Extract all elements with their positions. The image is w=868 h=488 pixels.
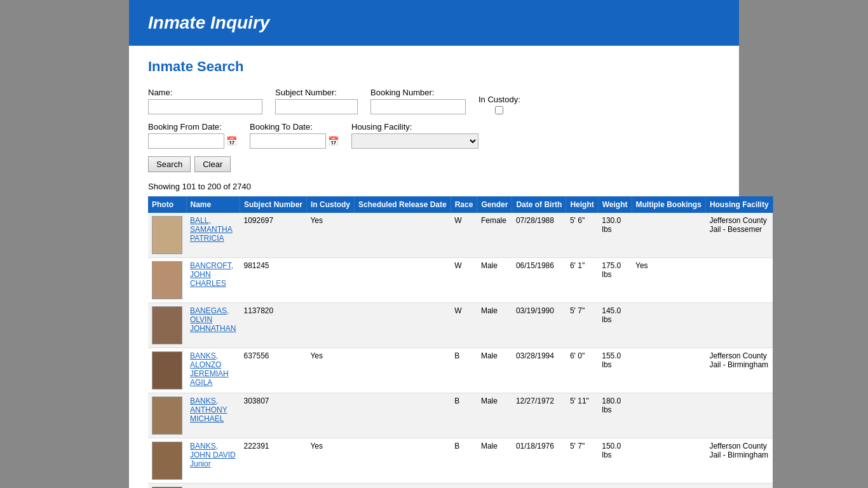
gender-cell: Female (477, 213, 512, 258)
table-row: BANCROFT, JOHN CHARLES981245WMale06/15/1… (148, 258, 773, 303)
housing-label: Housing Facility: (351, 122, 478, 132)
release-cell (354, 484, 451, 489)
search-button[interactable]: Search (148, 156, 191, 172)
multi-bookings-cell (632, 303, 705, 348)
name-input[interactable] (148, 99, 262, 114)
button-row: Search Clear (148, 156, 720, 172)
booking-to-label: Booking To Date: (250, 122, 339, 132)
release-cell (354, 438, 451, 484)
col-photo: Photo (148, 196, 186, 213)
photo-image (152, 396, 182, 435)
col-name: Name (186, 196, 240, 213)
weight-cell: 145.0 lbs (598, 303, 632, 348)
multi-bookings-cell (632, 438, 705, 484)
photo-cell (148, 484, 186, 489)
housing-cell: Jefferson County Jail - Bessemer (705, 213, 773, 258)
housing-cell (705, 484, 773, 489)
housing-select[interactable] (351, 133, 478, 149)
race-cell: B (451, 484, 477, 489)
dob-cell: 07/28/1988 (512, 213, 566, 258)
photo-image (152, 216, 182, 254)
subject-label: Subject Number: (275, 88, 358, 97)
page-header: Inmate Inquiry (129, 0, 739, 46)
race-cell: B (451, 393, 477, 438)
gender-cell: Male (477, 438, 512, 484)
booking-label: Booking Number: (370, 88, 466, 97)
table-row: BANKS, ANTHONY MICHAEL303807BMale12/27/1… (148, 393, 773, 438)
gender-cell: Male (477, 484, 512, 489)
name-cell: BANKS, KARDION EARL (186, 484, 240, 489)
inmate-name-link[interactable]: BANEGAS, OLVIN JOHNATHAN (190, 306, 236, 333)
photo-image (152, 261, 182, 299)
dob-cell: 12/27/1972 (512, 393, 566, 438)
dob-cell: 03/19/1990 (512, 303, 566, 348)
photo-image (152, 442, 182, 480)
table-row: BANKS, JOHN DAVID Junior222391YesBMale01… (148, 438, 773, 484)
height-cell: 5' 7" (566, 438, 598, 484)
multi-bookings-cell (632, 348, 705, 393)
dob-cell: 01/18/1976 (512, 438, 566, 484)
booking-group: Booking Number: (370, 88, 466, 114)
subject-cell: 637556 (240, 348, 306, 393)
name-cell: BANEGAS, OLVIN JOHNATHAN (186, 303, 240, 348)
table-row: BANKS, ALONZO JEREMIAH AGILA637556YesBMa… (148, 348, 773, 393)
subject-cell: 1027843 (240, 484, 306, 489)
name-cell: BALL, SAMANTHA PATRICIA (186, 213, 240, 258)
name-group: Name: (148, 88, 262, 114)
custody-cell: Yes (306, 213, 354, 258)
clear-button[interactable]: Clear (194, 156, 231, 172)
col-weight: Weight (598, 196, 632, 213)
booking-from-date-wrapper: 📅 (148, 133, 237, 149)
height-cell: 5' 11" (566, 393, 598, 438)
dob-cell: 06/15/1986 (512, 258, 566, 303)
inmate-name-link[interactable]: BANKS, ANTHONY MICHAEL (190, 396, 227, 423)
subject-cell: 981245 (240, 258, 306, 303)
photo-cell (148, 258, 186, 303)
name-cell: BANCROFT, JOHN CHARLES (186, 258, 240, 303)
inmate-name-link[interactable]: BANKS, JOHN DAVID Junior (190, 442, 236, 468)
form-row-1: Name: Subject Number: Booking Number: In… (148, 88, 720, 114)
col-subject: Subject Number (240, 196, 306, 213)
subject-cell: 1092697 (240, 213, 306, 258)
booking-from-label: Booking From Date: (148, 122, 237, 132)
housing-cell (705, 393, 773, 438)
inmate-name-link[interactable]: BANKS, ALONZO JEREMIAH AGILA (190, 351, 229, 387)
photo-cell (148, 303, 186, 348)
subject-group: Subject Number: (275, 88, 358, 114)
height-cell: 5' 7" (566, 303, 598, 348)
photo-image (152, 306, 182, 344)
booking-to-calendar-icon[interactable]: 📅 (328, 136, 339, 146)
gender-cell: Male (477, 393, 512, 438)
inmate-name-link[interactable]: BANCROFT, JOHN CHARLES (190, 261, 233, 288)
photo-cell (148, 438, 186, 484)
weight-cell: 145.0 lbs (598, 484, 632, 489)
custody-label: In Custody: (478, 95, 520, 104)
subject-cell: 303807 (240, 393, 306, 438)
booking-to-date-wrapper: 📅 (250, 133, 339, 149)
race-cell: B (451, 348, 477, 393)
weight-cell: 180.0 lbs (598, 393, 632, 438)
booking-input[interactable] (370, 99, 466, 114)
photo-image (152, 351, 182, 390)
booking-from-input[interactable] (148, 133, 224, 149)
custody-checkbox[interactable] (495, 106, 503, 114)
custody-group: In Custody: (478, 95, 520, 114)
release-cell (354, 303, 451, 348)
custody-cell (306, 484, 354, 489)
multi-bookings-cell (632, 213, 705, 258)
height-cell: 6' 1" (566, 258, 598, 303)
booking-to-group: Booking To Date: 📅 (250, 122, 339, 149)
inmate-name-link[interactable]: BALL, SAMANTHA PATRICIA (190, 216, 233, 243)
custody-cell: Yes (306, 438, 354, 484)
height-cell: 5' 8" (566, 484, 598, 489)
race-cell: W (451, 303, 477, 348)
booking-to-input[interactable] (250, 133, 326, 149)
housing-cell: Jefferson County Jail - Birmingham (705, 348, 773, 393)
col-custody: In Custody (306, 196, 354, 213)
housing-cell (705, 303, 773, 348)
weight-cell: 155.0 lbs (598, 348, 632, 393)
table-row: BANKS, KARDION EARL1027843BMale07/19/200… (148, 484, 773, 489)
subject-input[interactable] (275, 99, 358, 114)
multi-bookings-cell: Yes (632, 258, 705, 303)
booking-from-calendar-icon[interactable]: 📅 (226, 136, 237, 146)
